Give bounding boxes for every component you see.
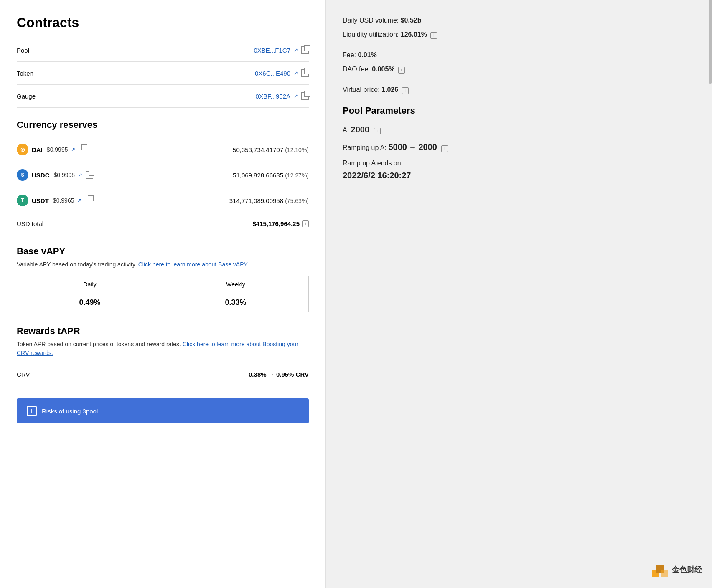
a-info-icon[interactable]: i: [374, 128, 381, 134]
ramp-end-value: 2022/6/2 16:20:27: [343, 171, 411, 180]
usdc-amount-group: 51,069,828.66635 (12.27%): [233, 172, 309, 179]
contract-row-pool: Pool 0XBE...F1C7 ↗: [17, 39, 309, 62]
external-link-icon-token[interactable]: ↗: [294, 70, 298, 76]
copy-icon-token[interactable]: [301, 69, 309, 77]
external-link-icon-pool[interactable]: ↗: [294, 47, 298, 53]
crv-row: CRV 0.38% → 0.95% CRV: [17, 364, 309, 385]
ramp-label: Ramping up A:: [343, 144, 387, 151]
right-panel: Daily USD volume: $0.52b Liquidity utili…: [326, 0, 712, 588]
usdt-name: USDT: [32, 197, 49, 204]
contracts-section: Pool 0XBE...F1C7 ↗ Token 0X6C...E490 ↗ G…: [17, 39, 309, 108]
contract-row-gauge: Gauge 0XBF...952A ↗: [17, 85, 309, 108]
usdc-amount: 51,069,828.66635: [233, 172, 283, 179]
dai-pct: (12.10%): [285, 147, 309, 153]
currency-left-usdt: T USDT $0.9965 ↗: [17, 195, 92, 206]
virtual-price-line: Virtual price: 1.026 i: [343, 84, 695, 95]
a-label: A:: [343, 127, 349, 134]
virtual-price-value: 1.026: [381, 86, 398, 93]
daily-volume-label: Daily USD volume:: [343, 17, 399, 24]
currency-row-dai: ◎ DAI $0.9995 ↗ 50,353,734.41707 (12.10%…: [17, 137, 309, 162]
liquidity-util-info-icon[interactable]: i: [430, 32, 437, 39]
fee-label: Fee:: [343, 51, 356, 58]
dai-icon: ◎: [17, 144, 28, 155]
vapy-table: Daily Weekly 0.49% 0.33%: [17, 276, 309, 312]
rewards-section: Rewards tAPR Token APR based on current …: [17, 326, 309, 385]
fee-value: 0.01%: [358, 51, 376, 58]
base-vapy-learn-more-link[interactable]: Click here to learn more about Base vAPY…: [138, 261, 249, 268]
dao-fee-value: 0.005%: [372, 66, 394, 73]
ramp-end-line: Ramp up A ends on: 2022/6/2 16:20:27: [343, 158, 695, 182]
virtual-price-label: Virtual price:: [343, 86, 380, 93]
scrollbar[interactable]: [709, 0, 712, 84]
currency-left-dai: ◎ DAI $0.9995 ↗: [17, 144, 86, 155]
dao-fee-info-icon[interactable]: i: [398, 67, 405, 74]
usdt-amount-group: 314,771,089.00958 (75.63%): [229, 197, 309, 204]
ramp-to: 2000: [418, 142, 437, 152]
contract-address-token[interactable]: 0X6C...E490: [255, 70, 290, 77]
left-panel: Contracts Pool 0XBE...F1C7 ↗ Token 0X6C.…: [0, 0, 326, 588]
virtual-price-block: Virtual price: 1.026 i: [343, 84, 695, 95]
contract-value-group-gauge: 0XBF...952A ↗: [256, 92, 309, 100]
svg-rect-2: [661, 570, 668, 577]
daily-volume-line: Daily USD volume: $0.52b: [343, 15, 695, 26]
usdc-pct: (12.27%): [285, 172, 309, 179]
usdc-icon: $: [17, 169, 28, 181]
contract-address-gauge[interactable]: 0XBF...952A: [256, 93, 290, 100]
copy-icon-gauge[interactable]: [301, 92, 309, 100]
vapy-daily-value: 0.49%: [17, 293, 163, 312]
stats-block: Daily USD volume: $0.52b Liquidity utili…: [343, 15, 695, 40]
usdc-name: USDC: [32, 172, 50, 179]
pool-params-title: Pool Parameters: [343, 105, 695, 116]
crv-value: 0.38% → 0.95% CRV: [249, 371, 309, 378]
contract-address-pool[interactable]: 0XBE...F1C7: [254, 47, 290, 54]
usdt-copy-icon[interactable]: [85, 197, 92, 204]
rewards-desc: Token APR based on current prices of tok…: [17, 340, 309, 357]
usdt-amount: 314,771,089.00958: [229, 197, 283, 204]
dai-copy-icon[interactable]: [79, 146, 86, 153]
fee-line: Fee: 0.01%: [343, 50, 695, 61]
base-vapy-desc: Variable APY based on today's trading ac…: [17, 260, 309, 269]
dai-amount-group: 50,353,734.41707 (12.10%): [233, 146, 309, 153]
ramp-info-icon[interactable]: i: [441, 145, 448, 152]
currency-left-usdc: $ USDC $0.9998 ↗: [17, 169, 93, 181]
usd-total-value: $415,176,964.25: [252, 220, 300, 227]
ramp-arrow: →: [409, 143, 418, 152]
dao-fee-line: DAO fee: 0.005% i: [343, 64, 695, 75]
risk-info-icon: i: [27, 406, 37, 416]
usdc-copy-icon[interactable]: [86, 171, 93, 179]
contract-label-pool: Pool: [17, 47, 29, 54]
vapy-weekly-header: Weekly: [163, 276, 309, 293]
risk-banner: i Risks of using 3pool: [17, 398, 309, 423]
vapy-weekly-value: 0.33%: [163, 293, 309, 312]
contract-label-token: Token: [17, 70, 33, 77]
ramp-end-label: Ramp up A ends on:: [343, 160, 403, 167]
usdt-icon: T: [17, 195, 28, 206]
contract-row-token: Token 0X6C...E490 ↗: [17, 62, 309, 85]
usdt-external-link-icon[interactable]: ↗: [77, 198, 81, 203]
base-vapy-title: Base vAPY: [17, 246, 309, 257]
page-title: Contracts: [17, 15, 309, 30]
usdc-external-link-icon[interactable]: ↗: [78, 172, 82, 178]
dai-name: DAI: [32, 146, 43, 153]
dai-external-link-icon[interactable]: ↗: [71, 147, 75, 152]
fee-block: Fee: 0.01% DAO fee: 0.005% i: [343, 50, 695, 74]
usd-total-row: USD total $415,176,964.25 i: [17, 213, 309, 234]
dao-fee-label: DAO fee:: [343, 66, 370, 73]
usd-total-info-icon[interactable]: i: [302, 220, 309, 227]
usdt-pct: (75.63%): [285, 198, 309, 204]
dai-amount: 50,353,734.41707: [233, 146, 283, 153]
contract-value-group-pool: 0XBE...F1C7 ↗: [254, 46, 309, 54]
dai-price: $0.9995: [47, 146, 68, 153]
watermark-logo-icon: [652, 561, 669, 578]
copy-icon-pool[interactable]: [301, 46, 309, 54]
watermark: 金色财经: [652, 561, 702, 578]
liquidity-util-line: Liquidity utilization: 126.01% i: [343, 29, 695, 40]
currency-row-usdc: $ USDC $0.9998 ↗ 51,069,828.66635 (12.27…: [17, 162, 309, 188]
daily-volume-value: $0.52b: [401, 17, 422, 24]
usdc-price: $0.9998: [54, 172, 75, 178]
virtual-price-info-icon[interactable]: i: [402, 87, 409, 94]
external-link-icon-gauge[interactable]: ↗: [294, 93, 298, 99]
risk-link[interactable]: Risks of using 3pool: [42, 408, 98, 415]
crv-label: CRV: [17, 371, 30, 378]
usd-total-label: USD total: [17, 220, 43, 227]
